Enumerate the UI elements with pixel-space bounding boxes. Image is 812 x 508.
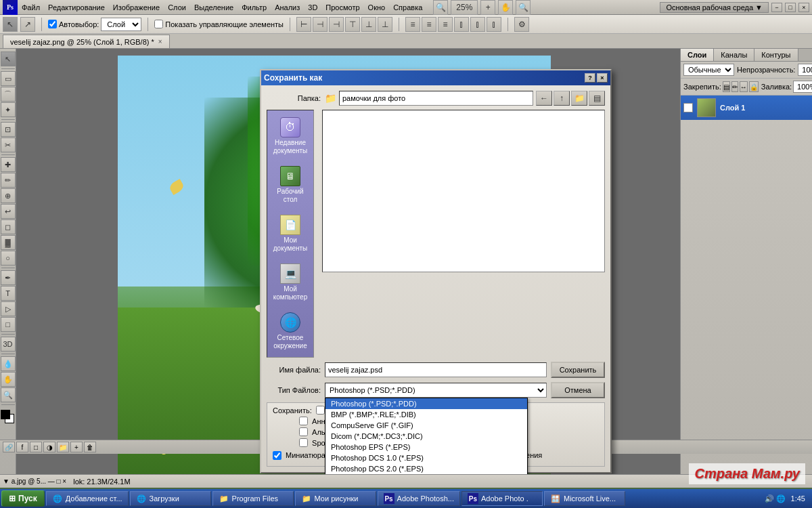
tool-zoom[interactable]: 🔍 [1, 387, 16, 402]
filetype-dropdown-list[interactable]: Photoshop (*.PSD;*.PDD)BMP (*.BMP;*.RLE;… [325, 398, 528, 474]
taskbar-btn-1[interactable]: 🌐 Загрузки [130, 491, 211, 506]
taskbar-btn-4[interactable]: Ps Adobe Photosh... [378, 491, 460, 506]
tool-lasso[interactable]: ⌒ [1, 87, 16, 102]
menu-3d[interactable]: 3D [304, 2, 321, 13]
dist-v-icon[interactable]: ≡ [422, 17, 436, 32]
lock-all-btn[interactable]: 🔒 [749, 81, 759, 92]
layer-visibility-icon[interactable]: 👁 [683, 103, 693, 112]
workspace-selector[interactable]: Основная рабочая среда ▼ [660, 2, 769, 13]
delete-layer-btn[interactable]: 🗑 [84, 442, 96, 452]
opacity-input[interactable] [798, 64, 812, 76]
tool-history[interactable]: ↩ [1, 204, 16, 219]
tool-eyedrop[interactable]: 💧 [1, 356, 16, 371]
start-button[interactable]: ⊞ Пуск [1, 490, 45, 507]
tool-path-select[interactable]: ▷ [1, 301, 16, 316]
taskbar-btn-2[interactable]: 📁 Program Files [212, 491, 294, 506]
autovybor-dropdown[interactable]: Слой [101, 18, 141, 31]
tool-magic-wand[interactable]: ✦ [1, 102, 16, 117]
filelist-area[interactable] [322, 110, 605, 272]
lock-paint-btn[interactable]: ✏ [731, 81, 738, 92]
close-btn[interactable]: × [798, 3, 809, 12]
save-button[interactable]: Сохранить [551, 362, 605, 378]
autovybor-checkbox[interactable] [48, 20, 57, 28]
align-top-icon[interactable]: ⊤ [345, 17, 360, 32]
menu-filter[interactable]: Фильтр [238, 2, 271, 13]
zoom-in-btn[interactable]: + [480, 0, 495, 15]
tool-gradient[interactable]: ▓ [1, 235, 16, 250]
taskbar-btn-6[interactable]: 🪟 Microsoft Live... [544, 491, 625, 506]
dist-h-icon[interactable]: ⫿ [470, 17, 485, 32]
tool-pen[interactable]: ✒ [1, 270, 16, 285]
menu-window[interactable]: Окно [364, 2, 390, 13]
tool-hand[interactable]: ✋ [1, 372, 16, 387]
zoom-level[interactable]: 25% [451, 0, 478, 15]
lock-move-btn[interactable]: ↔ [740, 81, 748, 92]
fill-input[interactable] [793, 81, 812, 93]
dialog-close-btn[interactable]: × [597, 73, 608, 83]
menu-image[interactable]: Изображение [109, 2, 164, 13]
save-spotcolors-cb[interactable] [299, 438, 308, 447]
new-folder-btn[interactable]: 📁 [571, 91, 587, 106]
dropdown-item[interactable]: Photoshop EPS (*.EPS) [325, 442, 527, 452]
tool-dodge[interactable]: ○ [1, 251, 16, 266]
tool-crop[interactable]: ⊡ [1, 122, 16, 137]
dropdown-item[interactable]: Photoshop (*.PSD;*.PDD) [325, 398, 527, 409]
align-middle-icon[interactable]: ⊥ [361, 17, 376, 32]
document-tab[interactable]: veselij zajaz.png @ 25% (Слой 1, RGB/8) … [3, 35, 170, 48]
more-options-icon[interactable]: ⚙ [514, 17, 529, 32]
views-btn[interactable]: ▤ [589, 91, 605, 106]
menu-edit[interactable]: Редактирование [44, 2, 109, 13]
filetype-dropdown[interactable]: Photoshop (*.PSD;*.PDD)BMP (*.BMP;*.RLE;… [325, 383, 547, 398]
save-layers-cb[interactable] [316, 406, 325, 415]
minimize-btn[interactable]: − [771, 3, 782, 12]
sidebar-docs[interactable]: 📄 Мои документы [269, 212, 311, 255]
align-right-icon[interactable]: ⊣ [329, 17, 344, 32]
menu-select[interactable]: Выделение [190, 2, 238, 13]
save-alpha-cb[interactable] [299, 427, 308, 436]
dialog-help-btn[interactable]: ? [585, 73, 595, 83]
taskbar-btn-0[interactable]: 🌐 Добавление ст... [46, 491, 129, 506]
tool-slice[interactable]: ✂ [1, 137, 16, 152]
menu-analysis[interactable]: Анализ [271, 2, 304, 13]
lock-transparency-btn[interactable]: ▤ [723, 81, 730, 92]
tool-marquee[interactable]: ▭ [1, 71, 16, 86]
sidebar-desktop[interactable]: 🖥 Рабочий стол [269, 163, 311, 207]
tab-paths[interactable]: Контуры [754, 49, 798, 61]
tab-channels[interactable]: Каналы [714, 49, 754, 61]
new-layer-btn[interactable]: + [70, 442, 83, 452]
tool-heal[interactable]: ✚ [1, 157, 16, 172]
move-tool-icon[interactable]: ↖ [3, 17, 18, 32]
zoom-tool-btn[interactable]: 🔍 [516, 0, 531, 15]
layer-group-btn[interactable]: 📁 [57, 442, 69, 452]
nav-back-btn[interactable]: ← [536, 91, 552, 106]
align-bottom-icon[interactable]: ⊥ [378, 17, 392, 32]
tool-text[interactable]: T [1, 286, 16, 301]
sidebar-recent[interactable]: ⏱ Недавние документы [269, 114, 311, 158]
filename-input[interactable] [325, 362, 547, 377]
tab-close-btn[interactable]: × [158, 38, 162, 45]
tool-3d[interactable]: 3D [1, 337, 16, 352]
dropdown-item[interactable]: BMP (*.BMP;*.RLE;*.DIB) [325, 409, 527, 420]
dropdown-item[interactable]: Dicom (*.DCM;*.DC3;*.DIC) [325, 431, 527, 442]
tool-shape[interactable]: □ [1, 317, 16, 332]
foreground-color-swatch[interactable] [1, 410, 10, 419]
dropdown-item[interactable]: CompuServe GIF (*.GIF) [325, 420, 527, 431]
layer-mask-btn[interactable]: □ [30, 442, 42, 452]
dist-right-icon[interactable]: ⫿ [487, 17, 501, 32]
zoom-out-btn[interactable]: 🔍 [433, 0, 448, 15]
tab-layers[interactable]: Слои [681, 49, 714, 61]
sidebar-computer[interactable]: 💻 Мой компьютер [269, 261, 311, 304]
dropdown-item[interactable]: Photoshop DCS 1.0 (*.EPS) [325, 452, 527, 463]
align-left-icon[interactable]: ⊢ [296, 17, 311, 32]
nav-up-btn[interactable]: ↑ [554, 91, 570, 106]
dist-top-icon[interactable]: ≡ [405, 17, 420, 32]
save-notes-cb[interactable] [299, 417, 308, 425]
align-center-h-icon[interactable]: ⊣ [313, 17, 328, 32]
layer-adjustment-btn[interactable]: ◑ [43, 442, 55, 452]
menu-help[interactable]: Справка [389, 2, 426, 13]
cancel-button[interactable]: Отмена [551, 382, 605, 398]
layer-style-btn[interactable]: f [16, 442, 28, 452]
dropdown-item[interactable]: Photoshop DCS 2.0 (*.EPS) [325, 463, 527, 474]
show-controls-checkbox[interactable] [154, 20, 163, 28]
folder-input[interactable]: рамочки для фото [339, 91, 533, 106]
